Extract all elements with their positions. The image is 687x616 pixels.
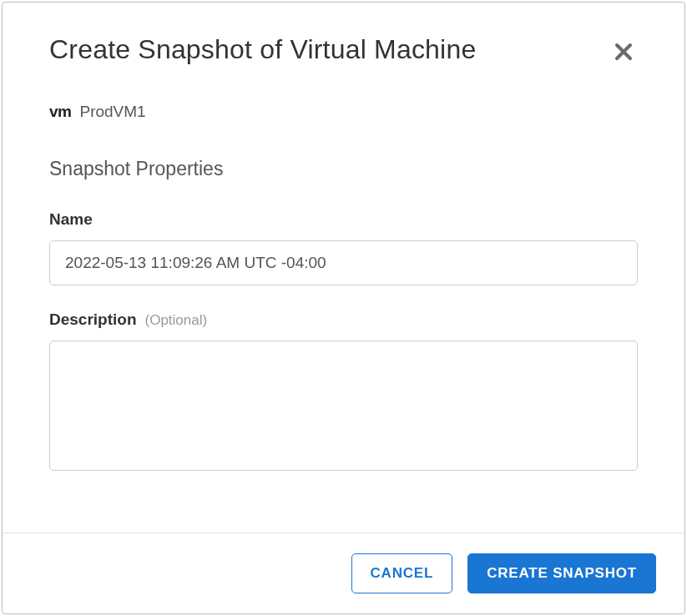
cancel-button[interactable]: CANCEL [351,553,453,593]
name-input[interactable] [49,240,638,285]
section-heading: Snapshot Properties [49,158,638,180]
dialog-title: Create Snapshot of Virtual Machine [49,34,476,65]
dialog-header: Create Snapshot of Virtual Machine [49,34,638,66]
close-button[interactable] [609,38,638,66]
dialog-footer: CANCEL CREATE SNAPSHOT [3,533,684,613]
vm-identifier-row: vm ProdVM1 [49,103,638,121]
close-icon [614,43,633,61]
description-field-group: Description (Optional) [49,311,638,474]
name-field-group: Name [49,210,638,285]
description-label-row: Description (Optional) [49,311,638,329]
optional-hint: (Optional) [145,312,208,329]
description-label: Description [49,311,137,329]
vm-icon: vm [49,103,71,121]
name-label-row: Name [49,210,638,229]
dialog-body: Create Snapshot of Virtual Machine vm Pr… [3,3,684,533]
create-snapshot-dialog: Create Snapshot of Virtual Machine vm Pr… [2,2,685,614]
description-input[interactable] [49,341,638,471]
vm-name: ProdVM1 [79,103,145,121]
create-snapshot-button[interactable]: CREATE SNAPSHOT [467,553,656,593]
name-label: Name [49,210,93,229]
